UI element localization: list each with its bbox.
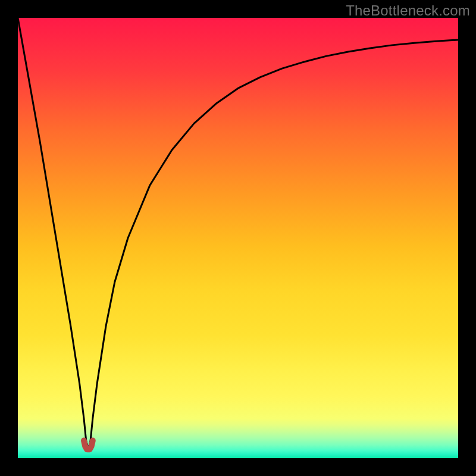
chart-canvas [18,18,458,458]
watermark-text: TheBottleneck.com [346,2,470,19]
gradient-background [18,18,458,458]
chart-frame: TheBottleneck.com [0,0,476,476]
